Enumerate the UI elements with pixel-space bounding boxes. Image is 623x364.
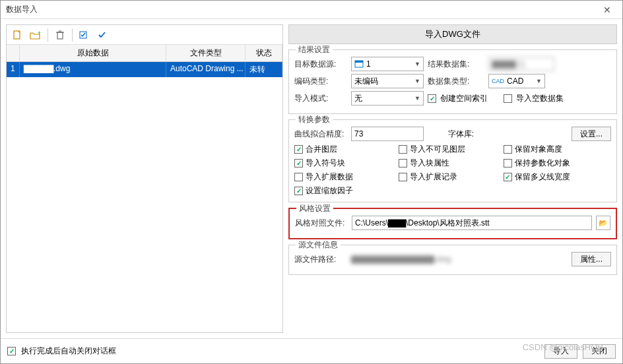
import-empty-checkbox[interactable] [504,94,512,103]
style-file-label: 风格对照文件: [295,218,348,229]
right-panel: 导入DWG文件 结果设置 目标数据源: 1▼ 结果数据集: 编码类型: 未编码▼… [288,24,617,333]
result-ds-input[interactable] [488,57,554,71]
import-button[interactable]: 导入 [544,344,577,359]
result-fieldset: 结果设置 目标数据源: 1▼ 结果数据集: 编码类型: 未编码▼ 数据集类型: … [288,49,617,114]
row-orig: ▇▇▇▇▇.dwg [20,62,166,77]
import-mode-label: 导入模式: [294,93,347,104]
checkbox[interactable] [294,173,303,181]
checkbox[interactable] [399,159,407,167]
add-folder-icon[interactable]: + [28,27,44,43]
col-stat: 状态 [246,45,282,61]
convert-cb-6[interactable]: 导入扩展数据 [294,171,399,183]
checkbox[interactable] [399,173,407,181]
properties-button[interactable]: 属性... [572,252,611,266]
titlebar: 数据导入 ✕ [1,1,622,19]
cad-icon: CAD [492,78,504,84]
style-legend: 风格设置 [296,203,333,214]
convert-fieldset: 转换参数 曲线拟合精度: 字体库: 设置... 合并图层导入不可见图层保留对象高… [288,119,617,202]
target-ds-select[interactable]: 1▼ [351,57,424,71]
convert-cb-0[interactable]: 合并图层 [294,144,399,155]
encoding-label: 编码类型: [294,76,347,87]
autoclose-label: 执行完成后自动关闭对话框 [21,346,116,357]
checkbox[interactable] [504,145,512,154]
svg-rect-2 [57,32,63,39]
col-type: 文件类型 [166,45,246,61]
row-stat: 未转 [246,62,282,77]
checkbox[interactable] [294,159,303,167]
target-ds-label: 目标数据源: [294,59,347,70]
add-file-icon[interactable] [9,27,25,43]
convert-cb-3[interactable]: 导入符号块 [294,158,399,169]
convert-cb-9[interactable]: 设置缩放因子 [294,185,399,197]
file-grid[interactable]: 原始数据 文件类型 状态 1 ▇▇▇▇▇.dwg AutoCAD Drawing… [7,45,282,332]
curve-input[interactable] [351,127,424,141]
curve-label: 曲线拟合精度: [294,129,347,140]
svg-rect-5 [355,61,363,63]
checkbox[interactable] [399,145,407,154]
checkbox-label: 保留对象高度 [515,144,562,155]
close-icon[interactable]: ✕ [597,5,617,15]
datasource-icon [354,59,364,69]
font-label: 字体库: [428,129,474,140]
svg-text:+: + [38,30,41,36]
source-path-label: 源文件路径: [294,254,347,265]
convert-cb-8[interactable]: 保留多义线宽度 [504,171,608,183]
checkbox-label: 导入扩展数据 [306,171,353,183]
row-index: 1 [7,62,20,77]
checkbox[interactable] [504,173,512,181]
convert-cb-1[interactable]: 导入不可见图层 [399,144,503,155]
style-file-input[interactable] [352,216,592,230]
chevron-down-icon: ▼ [414,95,420,102]
toolbar: + [7,25,282,45]
import-mode-select[interactable]: 无▼ [351,91,424,106]
separator [72,28,73,42]
close-button[interactable]: 关闭 [583,344,616,359]
result-ds-label: 结果数据集: [428,59,484,70]
ds-type-label: 数据集类型: [428,76,484,87]
browse-icon[interactable]: 📂 [596,216,610,230]
checkbox[interactable] [294,187,303,195]
footer: 执行完成后自动关闭对话框 导入 关闭 CSDN @nicolasHQB [1,338,622,363]
autoclose-checkbox[interactable] [7,347,16,355]
window-title: 数据导入 [6,4,38,15]
source-fieldset: 源文件信息 源文件路径: ▇▇▇▇▇▇▇▇▇▇▇▇▇▇.dwg 属性... [288,245,617,275]
table-row[interactable]: 1 ▇▇▇▇▇.dwg AutoCAD Drawing ... 未转 [7,62,282,77]
import-dwg-button[interactable]: 导入DWG文件 [288,24,617,44]
convert-cb-5[interactable]: 保持参数化对象 [504,158,608,169]
checkbox-label: 保持参数化对象 [515,158,570,169]
checkbox-label: 保留多义线宽度 [515,171,570,183]
checkbox-label: 导入不可见图层 [410,144,465,155]
convert-legend: 转换参数 [296,114,333,125]
check-all-icon[interactable] [95,27,111,43]
separator [48,28,48,42]
check-icon[interactable] [77,27,92,43]
settings-button[interactable]: 设置... [572,127,611,141]
delete-icon[interactable] [52,27,68,43]
checkbox-label: 导入扩展记录 [410,171,457,183]
convert-cb-4[interactable]: 导入块属性 [399,158,503,169]
grid-header: 原始数据 文件类型 状态 [7,45,282,62]
checkbox-label: 合并图层 [306,144,337,155]
create-index-checkbox[interactable] [428,94,436,103]
left-panel: + 原始数据 文件类型 状态 1 ▇▇▇▇▇.dwg AutoCAD Drawi… [6,24,283,333]
chevron-down-icon: ▼ [414,78,420,84]
chevron-down-icon: ▼ [414,61,420,67]
import-empty-label: 导入空数据集 [516,93,564,104]
create-index-label: 创建空间索引 [440,93,500,104]
style-fieldset: 风格设置 风格对照文件: 📂 [288,208,617,239]
checkbox-label: 设置缩放因子 [306,185,353,197]
source-path-value: ▇▇▇▇▇▇▇▇▇▇▇▇▇▇.dwg [351,255,568,264]
checkbox-label: 导入块属性 [410,158,449,169]
chevron-down-icon: ▼ [536,78,542,84]
checkbox[interactable] [504,159,512,167]
result-legend: 结果设置 [296,44,333,55]
source-legend: 源文件信息 [296,239,341,251]
convert-cb-7[interactable]: 导入扩展记录 [399,171,503,183]
row-type: AutoCAD Drawing ... [166,62,246,77]
ds-type-select[interactable]: CADCAD▼ [488,74,545,88]
convert-cb-2[interactable]: 保留对象高度 [504,144,608,155]
checkbox-label: 导入符号块 [306,158,345,169]
checkbox[interactable] [294,145,303,154]
encoding-select[interactable]: 未编码▼ [351,74,424,88]
col-orig: 原始数据 [20,45,166,61]
